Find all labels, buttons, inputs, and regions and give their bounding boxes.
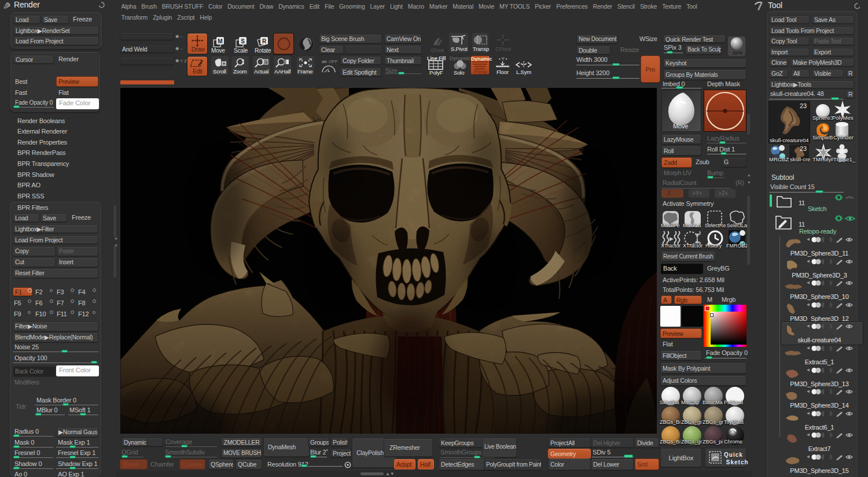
svg-text:S: S [241, 38, 245, 45]
svg-text:M: M [218, 38, 222, 45]
svg-text:R: R [262, 38, 267, 45]
